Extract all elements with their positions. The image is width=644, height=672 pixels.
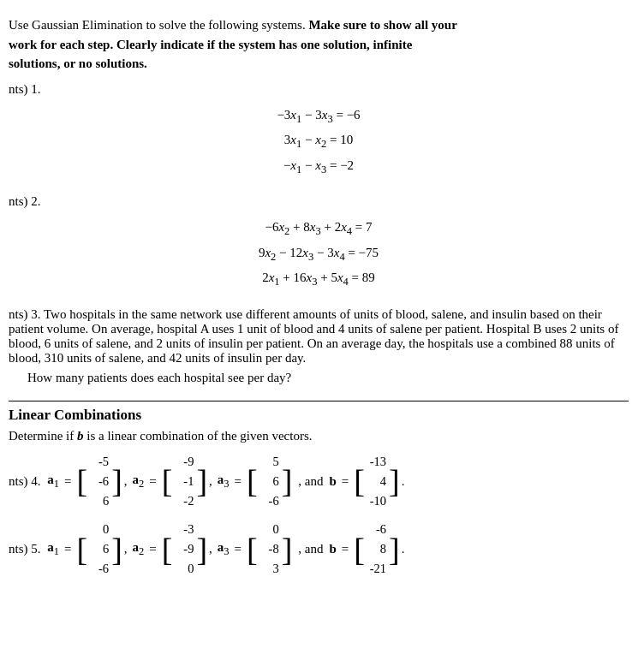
lc5-a1-vector: [ 0 6 -6 ] xyxy=(76,520,122,580)
lc5-a3-bracket-left: [ xyxy=(247,533,258,566)
lc5-comma1: , xyxy=(124,542,128,556)
lc4-a1-v3: 6 xyxy=(90,491,109,511)
lc4-eq3: = xyxy=(235,474,242,489)
lc5-a2-values: -3 -9 0 xyxy=(172,520,196,580)
lc4-a2-vector: [ -9 -1 -2 ] xyxy=(162,452,207,512)
lc4-a1-bracket-right: ] xyxy=(111,465,122,497)
lc4-a1-v1: -5 xyxy=(90,452,109,472)
lc4-a2-label: a2 xyxy=(133,473,145,491)
lc4-b-v3: -10 xyxy=(367,491,386,511)
problem-2-eq1: −6x2 + 8x3 + 2x4 = 7 xyxy=(9,216,629,241)
lc4-a2-bracket-right: ] xyxy=(196,465,207,497)
lc5-a1-v3: -6 xyxy=(90,559,109,579)
lc4-a2-bracket-left: [ xyxy=(162,465,173,497)
lc4-a1-label: a1 xyxy=(47,473,59,491)
lc4-a2-values: -9 -1 -2 xyxy=(172,452,196,512)
problem-2-pts: nts) 2. xyxy=(9,194,41,208)
problem-1-pts: nts) 1. xyxy=(9,82,41,96)
lc4-b-v1: -13 xyxy=(367,452,386,472)
lc5-and: , and xyxy=(298,542,323,556)
lc4-a1-v2: -6 xyxy=(90,472,109,491)
lc5-eq3: = xyxy=(235,542,242,556)
lc5-eq2: = xyxy=(149,542,156,556)
intro-line3: solutions, or no solutions. xyxy=(9,56,147,70)
lc4-a3-vector: [ 5 6 -6 ] xyxy=(247,452,292,512)
problem-1-eq2: 3x1 − x2 = 10 xyxy=(9,128,629,154)
lc5-b-v1: -6 xyxy=(367,520,386,539)
lc5-a1-values: 0 6 -6 xyxy=(87,520,111,580)
lc5-a2-bracket-right: ] xyxy=(196,533,207,566)
lc4-b-v2: 4 xyxy=(367,472,386,491)
intro-line1-bold: Make sure to show all your xyxy=(306,18,457,32)
lc5-b-bracket-left: [ xyxy=(354,533,365,566)
lc4-a3-bracket-left: [ xyxy=(247,465,258,497)
lc5-eq: = xyxy=(64,542,71,556)
lc5-a3-vector: [ 0 -8 3 ] xyxy=(247,520,292,580)
intro-text: Use Gaussian Elimination to solve the fo… xyxy=(9,15,629,74)
lc-problem-5: nts) 5. a1 = [ 0 6 -6 ] , a2 = [ -3 -9 0… xyxy=(9,520,629,580)
lc5-a1-v1: 0 xyxy=(90,520,109,539)
lc5-b-label: b xyxy=(330,542,337,556)
lc4-eq4: = xyxy=(342,474,349,489)
problem-1-eq3: −x1 − x3 = −2 xyxy=(9,154,629,180)
lc4-a3-bracket-right: ] xyxy=(282,465,293,497)
lc4-b-label: b xyxy=(330,474,337,489)
lc5-a3-v1: 0 xyxy=(260,520,279,539)
lc5-a3-v3: 3 xyxy=(260,559,279,579)
lc-problem-4: nts) 4. a1 = [ -5 -6 6 ] , a2 = [ -9 -1 … xyxy=(9,452,629,512)
problem-2-label: nts) 2. xyxy=(9,194,629,209)
problem-2-eq3: 2x1 + 16x3 + 5x4 = 89 xyxy=(9,266,629,292)
lc4-b-vector: [ -13 4 -10 ] xyxy=(354,452,399,512)
problem-1: nts) 1. −3x1 − 3x3 = −6 3x1 − x2 = 10 −x… xyxy=(9,82,629,180)
lc5-b-vector: [ -6 8 -21 ] xyxy=(354,520,399,580)
lc5-a1-v2: 6 xyxy=(90,539,109,559)
lc4-a1-values: -5 -6 6 xyxy=(87,452,111,512)
lc4-comma1: , xyxy=(124,474,128,489)
lc5-a3-values: 0 -8 3 xyxy=(258,520,282,580)
lc5-a2-label: a2 xyxy=(133,540,145,558)
lc4-b-values: -13 4 -10 xyxy=(365,452,389,512)
problem-1-eq1: −3x1 − 3x3 = −6 xyxy=(9,104,629,129)
problem-3-text: Two hospitals in the same network use di… xyxy=(9,307,618,365)
lc4-eq: = xyxy=(64,474,71,489)
lc5-b-v3: -21 xyxy=(367,559,386,579)
lc4-b-bracket-right: ] xyxy=(389,465,400,497)
lc4-a1-vector: [ -5 -6 6 ] xyxy=(76,452,122,512)
problem-3: nts) 3. Two hospitals in the same networ… xyxy=(9,307,629,385)
lc4-a2-v3: -2 xyxy=(175,491,194,511)
lc4-comma2: , xyxy=(209,474,212,489)
lc5-a2-v1: -3 xyxy=(175,520,194,539)
lc5-a1-label: a1 xyxy=(47,540,59,558)
lc5-a3-label: a3 xyxy=(218,540,230,558)
lc5-pts: nts) 5. xyxy=(9,542,41,556)
intro-line2: work for each step. Clearly indicate if … xyxy=(9,38,412,51)
problem-3-question: How many patients does each hospital see… xyxy=(27,371,629,385)
lc5-a3-v2: -8 xyxy=(260,539,279,559)
lc5-b-values: -6 8 -21 xyxy=(365,520,389,580)
lc4-and: , and xyxy=(298,474,323,489)
lc4-a3-values: 5 6 -6 xyxy=(258,452,282,512)
problem-2-eq2: 9x2 − 12x3 − 3x4 = −75 xyxy=(9,241,629,267)
lc5-a2-v3: 0 xyxy=(175,559,194,579)
lc4-a3-v2: 6 xyxy=(260,472,279,491)
problem-2-equations: −6x2 + 8x3 + 2x4 = 7 9x2 − 12x3 − 3x4 = … xyxy=(9,216,629,292)
lc5-eq4: = xyxy=(342,542,349,556)
lc4-a2-v1: -9 xyxy=(175,452,194,472)
lc4-a1-bracket-left: [ xyxy=(76,465,87,497)
problem-3-label: nts) 3. Two hospitals in the same networ… xyxy=(9,307,629,366)
lc4-a3-v3: -6 xyxy=(260,491,279,511)
section-subtext-linear-combinations: Determine if b is a linear combination o… xyxy=(9,429,629,443)
problem-3-pts: nts) 3. xyxy=(9,307,41,321)
problem-1-equations: −3x1 − 3x3 = −6 3x1 − x2 = 10 −x1 − x3 =… xyxy=(9,104,629,180)
intro-line1-plain: Use Gaussian Elimination to solve the fo… xyxy=(9,18,306,32)
problem-2: nts) 2. −6x2 + 8x3 + 2x4 = 7 9x2 − 12x3 … xyxy=(9,194,629,292)
lc4-a2-v2: -1 xyxy=(175,472,194,491)
problem-1-label: nts) 1. xyxy=(9,82,629,97)
lc5-a3-bracket-right: ] xyxy=(282,533,293,566)
lc5-a1-bracket-left: [ xyxy=(76,533,87,566)
section-heading-linear-combinations: Linear Combinations xyxy=(9,401,629,424)
lc5-a2-v2: -9 xyxy=(175,539,194,559)
lc5-a2-vector: [ -3 -9 0 ] xyxy=(162,520,207,580)
lc4-b-bracket-left: [ xyxy=(354,465,365,497)
lc5-b-v2: 8 xyxy=(367,539,386,559)
